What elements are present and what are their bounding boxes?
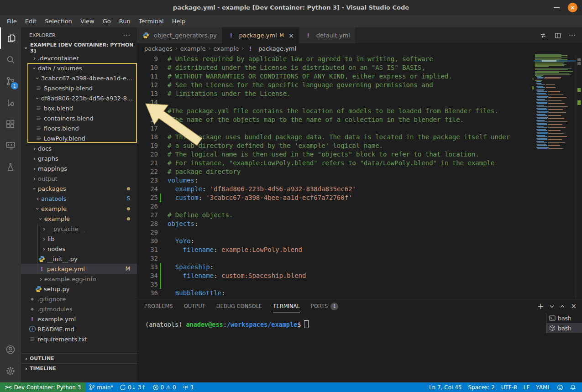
breadcrumb-item-package-yml[interactable]: package.yml xyxy=(258,45,296,52)
tree-item-output[interactable]: ›output xyxy=(21,173,137,183)
code-line-28[interactable]: 28objects: xyxy=(137,220,582,228)
code-line-27[interactable]: 27# Define objects. xyxy=(137,211,582,220)
chevron-right-icon[interactable]: › xyxy=(41,246,47,252)
indentation[interactable]: Spaces: 2 xyxy=(465,382,498,392)
chevron-right-icon[interactable]: › xyxy=(31,175,38,182)
panel-tab-terminal[interactable]: TERMINAL xyxy=(273,299,299,313)
more-actions-icon[interactable]: ··· xyxy=(569,31,576,40)
code-editor[interactable]: 9# Unless required by applicable law or … xyxy=(137,53,582,299)
menu-item-go[interactable]: Go xyxy=(99,15,115,27)
code-line-9[interactable]: 9# Unless required by applicable law or … xyxy=(137,55,582,63)
breadcrumb-item-packages[interactable]: packages xyxy=(144,45,173,52)
tab-object-generators-py[interactable]: object_generators.py xyxy=(137,27,222,43)
encoding[interactable]: UTF-8 xyxy=(498,382,520,392)
menu-item-file[interactable]: File xyxy=(3,15,21,27)
tree-item-example-egg-info[interactable]: ›example.egg-info xyxy=(21,274,137,284)
ports-indicator[interactable]: 1 xyxy=(179,382,198,392)
outline-section[interactable]: › OUTLINE xyxy=(21,353,137,363)
terminal-session-0[interactable]: bash xyxy=(546,313,582,323)
breadcrumb-item-example[interactable]: example xyxy=(213,45,239,52)
tree-item-example[interactable]: ›example xyxy=(21,214,137,224)
menu-item-help[interactable]: Help xyxy=(168,15,190,27)
chevron-right-icon[interactable]: › xyxy=(31,155,38,162)
panel-tab-ports[interactable]: PORTS1 xyxy=(311,299,338,313)
tree-item-example-yml[interactable]: !example.yml xyxy=(21,314,137,324)
run-debug-icon[interactable] xyxy=(0,92,21,113)
tree-item-packages[interactable]: ›packages xyxy=(21,183,137,193)
minimap[interactable] xyxy=(534,54,576,152)
overview-ruler[interactable] xyxy=(576,53,582,299)
tree-item-requirements-txt[interactable]: requirements.txt xyxy=(21,334,137,344)
tree-item-nodes[interactable]: ›nodes xyxy=(21,244,137,254)
code-line-15[interactable]: 15#The package.yml file contains the loc… xyxy=(137,107,582,115)
remote-explorer-icon[interactable] xyxy=(0,135,21,156)
tree-item-readme-md[interactable]: iREADME.md xyxy=(21,324,137,334)
testing-icon[interactable] xyxy=(0,156,21,178)
panel-tab-output[interactable]: OUTPUT xyxy=(184,299,205,313)
code-line-29[interactable]: 29 xyxy=(137,228,582,237)
code-line-24[interactable]: 24 example: 'df8ad806-223b-4d56-a932-838… xyxy=(137,185,582,193)
code-line-20[interactable]: 20# The logical name is then used in the… xyxy=(137,150,582,159)
chevron-down-icon[interactable] xyxy=(550,305,554,308)
panel-tab-problems[interactable]: PROBLEMS xyxy=(144,299,173,313)
source-control-icon[interactable]: 1 xyxy=(0,70,21,92)
split-editor-icon[interactable] xyxy=(554,32,561,39)
tab-package-yml[interactable]: !package.ymlM× xyxy=(222,27,299,43)
code-line-16[interactable]: 16#The name of the objects map to the na… xyxy=(137,115,582,124)
git-branch[interactable]: main* xyxy=(85,382,116,392)
menu-item-terminal[interactable]: Terminal xyxy=(135,15,168,27)
open-changes-icon[interactable] xyxy=(540,32,547,39)
language-mode[interactable]: YAML xyxy=(533,382,554,392)
chevron-right-icon[interactable]: › xyxy=(31,165,38,172)
chevron-down-icon[interactable]: › xyxy=(31,185,38,192)
code-line-14[interactable]: 14 xyxy=(137,98,582,107)
menu-item-edit[interactable]: Edit xyxy=(21,15,41,27)
new-terminal-icon[interactable]: + xyxy=(537,303,544,310)
bell-icon[interactable] xyxy=(566,382,579,392)
code-line-36[interactable]: 36 BubbleBottle: xyxy=(137,289,582,298)
code-line-26[interactable]: 26 xyxy=(137,202,582,211)
tree-item-example[interactable]: ›example xyxy=(21,204,137,214)
code-line-13[interactable]: 13# limitations under the License. xyxy=(137,89,582,98)
tree-item-init-py[interactable]: __init__.py xyxy=(21,254,137,264)
code-line-33[interactable]: 33 Spaceship: xyxy=(137,263,582,272)
code-line-30[interactable]: 30 YoYo: xyxy=(137,237,582,246)
tree-item-gitignore[interactable]: ◆.gitignore xyxy=(21,294,137,304)
close-button[interactable]: × xyxy=(568,3,577,12)
code-line-19[interactable]: 19# a sub directory defined by the 'exam… xyxy=(137,141,582,150)
code-line-32[interactable]: 32 xyxy=(137,254,582,263)
workspace-section-header[interactable]: › EXAMPLE [DEV CONTAINER: PYTHON 3] xyxy=(21,43,137,53)
breadcrumb-item-example[interactable]: example xyxy=(180,45,205,52)
menu-item-view[interactable]: View xyxy=(76,15,99,27)
code-line-22[interactable]: 22# package directory xyxy=(137,167,582,176)
tree-item-package-yml[interactable]: !package.ymlM xyxy=(21,264,137,274)
eol-sequence[interactable]: LF xyxy=(520,382,533,392)
code-line-11[interactable]: 11# WITHOUT WARRANTIES OR CONDITIONS OF … xyxy=(137,72,582,81)
tree-item-mappings[interactable]: ›mappings xyxy=(21,163,137,173)
code-line-18[interactable]: 18# This package uses bundled package da… xyxy=(137,133,582,141)
tree-item-anatools[interactable]: ›anatoolsS xyxy=(21,193,137,204)
code-line-21[interactable]: 21# For instance, "example:LowPoly.blend… xyxy=(137,159,582,167)
cursor-position[interactable]: Ln 7, Col 45 xyxy=(426,382,465,392)
explorer-icon[interactable] xyxy=(0,27,22,49)
tree-item-devcontainer[interactable]: ›.devcontainer xyxy=(21,53,137,63)
tree-item-docs[interactable]: ›docs xyxy=(21,143,137,153)
tree-item-gitmodules[interactable]: ◆.gitmodules xyxy=(21,304,137,314)
code-line-10[interactable]: 10# distributed under the License is dis… xyxy=(137,63,582,72)
timeline-section[interactable]: › TIMELINE xyxy=(21,363,137,373)
chevron-right-icon[interactable]: › xyxy=(41,225,47,232)
code-line-34[interactable]: 34 filename: custom:Spaceship.blend xyxy=(137,272,582,280)
chevron-right-icon[interactable]: › xyxy=(41,235,47,242)
menu-item-run[interactable]: Run xyxy=(115,15,135,27)
tab-close-icon[interactable]: × xyxy=(288,32,294,39)
accounts-icon[interactable] xyxy=(0,339,21,360)
menu-item-selection[interactable]: Selection xyxy=(41,15,76,27)
search-icon[interactable] xyxy=(0,49,21,70)
close-panel-icon[interactable]: × xyxy=(571,303,577,310)
maximize-panel-icon[interactable] xyxy=(560,305,565,308)
chevron-right-icon[interactable]: › xyxy=(34,195,41,202)
terminal-output[interactable]: (anatools) anadev@ess:/workspaces/exampl… xyxy=(137,313,582,328)
feedback-smiley-icon[interactable] xyxy=(554,382,566,392)
chevron-right-icon[interactable]: › xyxy=(37,276,44,282)
tree-item-lib[interactable]: ›lib xyxy=(21,234,137,244)
